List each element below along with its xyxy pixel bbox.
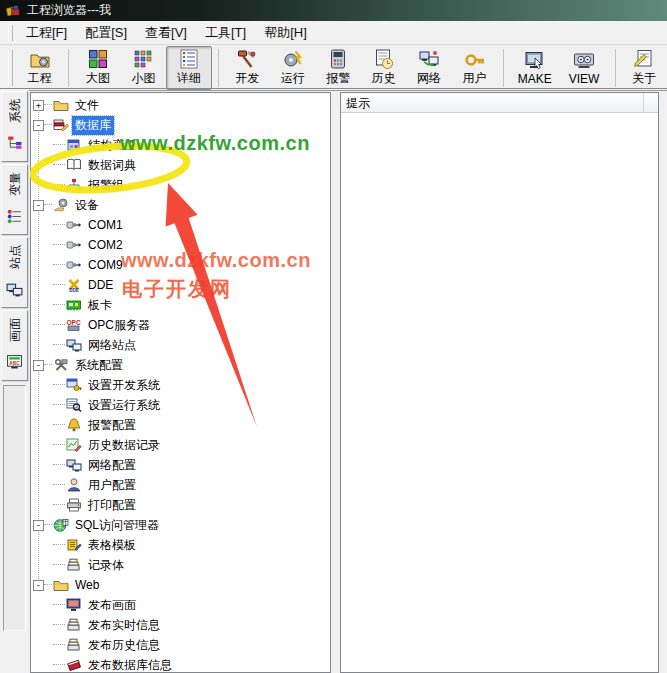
sidebar-tab-screens[interactable]: 画面ABC [1, 310, 28, 381]
tree-item-label-user-config[interactable]: 用户配置 [85, 476, 139, 495]
tree-item-label-dde[interactable]: DDE [85, 277, 116, 293]
toolbar-button-about[interactable]: 关于 [622, 46, 667, 90]
menu-item-config[interactable]: 配置[S] [76, 22, 136, 44]
tree-item-label-publish-realtime-info[interactable]: 发布实时信息 [85, 616, 163, 635]
toolbar-button-history[interactable]: 历史 [361, 46, 406, 90]
tree-item-label-struct-var[interactable]: 结构变量 [85, 136, 139, 155]
tree-item-network-config[interactable]: 网络配置 [31, 455, 330, 475]
tree-item-com2[interactable]: COM2 [31, 235, 330, 255]
tree-item-label-opc-server[interactable]: OPC服务器 [85, 316, 153, 335]
tree-item-network-station[interactable]: 网络站点 [31, 335, 330, 355]
tree-item-label-publish-history-info[interactable]: 发布历史信息 [85, 636, 163, 655]
tree-item-label-database[interactable]: 数据库 [72, 116, 114, 135]
tree-item-data-dictionary[interactable]: 数据词典 [31, 155, 330, 175]
toolbar-button-develop[interactable]: 开发 [225, 46, 270, 90]
tree-item-user-config[interactable]: 用户配置 [31, 475, 330, 495]
tree-item-label-table-template[interactable]: 表格模板 [85, 536, 139, 555]
tree-item-database[interactable]: -数据库 [31, 115, 330, 135]
toolbar-button-details[interactable]: 详细 [166, 46, 211, 90]
publish-screen-icon [66, 597, 82, 613]
tree-connector [53, 184, 65, 186]
tree-item-web[interactable]: -Web [31, 575, 330, 595]
tree-item-label-data-dictionary[interactable]: 数据词典 [85, 156, 139, 175]
menu-item-project[interactable]: 工程[F] [17, 22, 76, 44]
tree-expander-file[interactable]: + [33, 100, 44, 111]
tree-item-board-card[interactable]: 板卡 [31, 295, 330, 315]
tree-item-label-system-config[interactable]: 系统配置 [72, 356, 126, 375]
sidebar-tab-variables[interactable]: 变量 [1, 164, 28, 235]
tree-item-label-alarm-config[interactable]: 报警配置 [85, 416, 139, 435]
tree-item-label-board-card[interactable]: 板卡 [85, 296, 115, 315]
tree-item-system-config[interactable]: -系统配置 [31, 355, 330, 375]
tree-item-dev-system-setting[interactable]: 设置开发系统 [31, 375, 330, 395]
hint-panel: 提示 [340, 92, 659, 673]
tree-item-struct-var[interactable]: 结构变量 [31, 135, 330, 155]
toolbar-button-large-icons[interactable]: 大图 [75, 46, 120, 90]
toolbar-button-alarm[interactable]: 报警 [315, 46, 360, 90]
tree-item-publish-screen[interactable]: 发布画面 [31, 595, 330, 615]
toolbar-button-view[interactable]: VIEW [559, 46, 608, 90]
tree-item-label-device[interactable]: 设备 [72, 196, 102, 215]
toolbar-button-project[interactable]: 工程 [17, 46, 62, 90]
tab-variables-icon [6, 208, 23, 225]
tree-item-com9[interactable]: COM9 [31, 255, 330, 275]
menu-item-tools[interactable]: 工具[T] [196, 22, 255, 44]
sidebar-tab-stations[interactable]: 站点 [1, 237, 28, 308]
tree-item-publish-realtime-info[interactable]: 发布实时信息 [31, 615, 330, 635]
toolbar-button-user[interactable]: 用户 [452, 46, 497, 90]
tree-item-alarm-config[interactable]: 报警配置 [31, 415, 330, 435]
tree-item-label-publish-screen[interactable]: 发布画面 [85, 596, 139, 615]
tree-item-file[interactable]: +文件 [31, 95, 330, 115]
tree-expander-device[interactable]: - [33, 200, 44, 211]
tree-item-label-print-config[interactable]: 打印配置 [85, 496, 139, 515]
tree-item-print-config[interactable]: 打印配置 [31, 495, 330, 515]
tree-item-label-alarm-group[interactable]: 报警组 [85, 176, 127, 195]
tree-item-alarm-group[interactable]: 报警组 [31, 175, 330, 195]
empty-column-header[interactable] [644, 93, 658, 112]
tree-item-dde[interactable]: DDEDDE [31, 275, 330, 295]
sidebar-tab-system[interactable]: 系统 [1, 91, 28, 162]
tree-item-label-history-data-record[interactable]: 历史数据记录 [85, 436, 163, 455]
tree-item-record-body[interactable]: 记录体 [31, 555, 330, 575]
tree-item-device[interactable]: -设备 [31, 195, 330, 215]
toolbar-button-run[interactable]: 运行 [270, 46, 315, 90]
toolbar-button-network[interactable]: 网络 [406, 46, 451, 90]
tree-item-label-run-system-setting[interactable]: 设置运行系统 [85, 396, 163, 415]
tree-expander-sql-access-manager[interactable]: - [33, 520, 44, 531]
tree-item-opc-server[interactable]: OPCOPC服务器 [31, 315, 330, 335]
folder-icon [53, 577, 69, 593]
tree-item-label-web[interactable]: Web [72, 577, 102, 593]
tree-item-label-network-config[interactable]: 网络配置 [85, 456, 139, 475]
tree-item-run-system-setting[interactable]: 设置运行系统 [31, 395, 330, 415]
tree-item-label-com9[interactable]: COM9 [85, 257, 126, 273]
tree-item-label-dev-system-setting[interactable]: 设置开发系统 [85, 376, 163, 395]
tree-item-label-sql-access-manager[interactable]: SQL访问管理器 [72, 516, 162, 535]
tree-item-table-template[interactable]: 表格模板 [31, 535, 330, 555]
tree-item-label-com2[interactable]: COM2 [85, 237, 126, 253]
menu-item-view[interactable]: 查看[V] [136, 22, 196, 44]
tree-expander-system-config[interactable]: - [33, 360, 44, 371]
hint-list-area[interactable] [341, 113, 658, 673]
tree-item-label-network-station[interactable]: 网络站点 [85, 336, 139, 355]
history-chart-icon [66, 437, 82, 453]
tb-develop-icon [235, 48, 259, 70]
project-tree[interactable]: +文件-数据库结构变量数据词典报警组-设备COM1COM2COM9DDEDDE板… [30, 92, 331, 673]
toolbar-button-small-icons[interactable]: 小图 [121, 46, 166, 90]
tree-item-history-data-record[interactable]: 历史数据记录 [31, 435, 330, 455]
tree-item-publish-database-info[interactable]: 发布数据库信息 [31, 655, 330, 673]
tree-item-sql-access-manager[interactable]: -SQL访问管理器 [31, 515, 330, 535]
tree-item-label-publish-database-info[interactable]: 发布数据库信息 [85, 656, 175, 673]
tree-item-label-file[interactable]: 文件 [72, 96, 102, 115]
svg-text:OPC: OPC [67, 319, 81, 326]
struct-window-icon [66, 137, 82, 153]
hint-column-header[interactable]: 提示 [341, 93, 644, 112]
tree-item-label-record-body[interactable]: 记录体 [85, 556, 127, 575]
tree-item-label-com1[interactable]: COM1 [85, 217, 126, 233]
tree-expander-web[interactable]: - [33, 580, 44, 591]
tree-expander-database[interactable]: - [33, 120, 44, 131]
toolbar-button-make[interactable]: MAKE [510, 46, 559, 90]
com-port-icon [66, 217, 82, 233]
tree-item-publish-history-info[interactable]: 发布历史信息 [31, 635, 330, 655]
menu-item-help[interactable]: 帮助[H] [255, 22, 316, 44]
tree-item-com1[interactable]: COM1 [31, 215, 330, 235]
